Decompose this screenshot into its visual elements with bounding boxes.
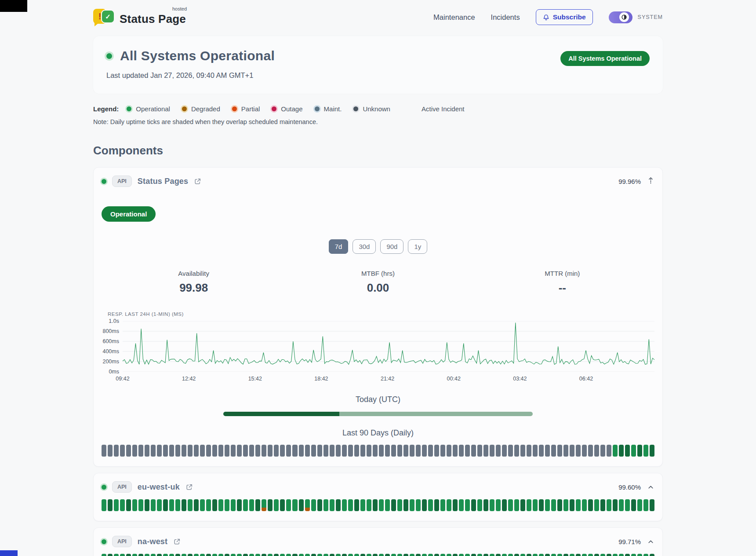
uptime-tick[interactable]	[367, 554, 371, 556]
uptime-tick[interactable]	[600, 445, 605, 457]
uptime-tick[interactable]	[194, 554, 199, 556]
range-button-1y[interactable]: 1y	[408, 239, 427, 254]
uptime-tick[interactable]	[317, 445, 322, 457]
uptime-tick[interactable]	[299, 445, 304, 457]
uptime-tick[interactable]	[410, 499, 414, 511]
uptime-tick[interactable]	[299, 499, 304, 511]
uptime-tick[interactable]	[453, 499, 458, 511]
uptime-tick[interactable]	[643, 554, 648, 556]
uptime-tick[interactable]	[175, 554, 180, 556]
uptime-tick[interactable]	[496, 445, 501, 457]
subscribe-button[interactable]: Subscribe	[536, 9, 593, 25]
uptime-tick[interactable]	[422, 499, 427, 511]
uptime-tick[interactable]	[212, 445, 217, 457]
uptime-tick[interactable]	[563, 445, 568, 457]
uptime-tick[interactable]	[514, 554, 519, 556]
uptime-tick[interactable]	[360, 554, 365, 556]
uptime-tick[interactable]	[563, 554, 568, 556]
uptime-tick[interactable]	[428, 499, 433, 511]
external-link-icon[interactable]	[185, 483, 193, 491]
uptime-tick[interactable]	[422, 445, 427, 457]
uptime-tick[interactable]	[607, 445, 611, 457]
uptime-tick[interactable]	[643, 445, 648, 457]
uptime-tick[interactable]	[323, 499, 328, 511]
uptime-tick[interactable]	[600, 554, 605, 556]
uptime-tick[interactable]	[588, 554, 593, 556]
uptime-tick[interactable]	[613, 499, 618, 511]
uptime-tick[interactable]	[539, 445, 544, 457]
uptime-tick[interactable]	[520, 499, 525, 511]
uptime-tick[interactable]	[102, 554, 106, 556]
uptime-tick[interactable]	[465, 445, 470, 457]
uptime-tick[interactable]	[274, 554, 279, 556]
uptime-tick[interactable]	[102, 499, 106, 511]
uptime-tick[interactable]	[132, 499, 137, 511]
uptime-tick[interactable]	[410, 445, 414, 457]
uptime-tick[interactable]	[465, 499, 470, 511]
uptime-tick[interactable]	[570, 554, 574, 556]
nav-item-maintenance[interactable]: Maintenance	[433, 13, 475, 22]
uptime-tick[interactable]	[188, 445, 193, 457]
uptime-tick[interactable]	[465, 554, 470, 556]
uptime-tick[interactable]	[169, 445, 174, 457]
uptime-tick[interactable]	[588, 499, 593, 511]
uptime-tick[interactable]	[520, 445, 525, 457]
uptime-tick[interactable]	[557, 554, 562, 556]
uptime-tick[interactable]	[434, 499, 439, 511]
uptime-tick[interactable]	[643, 499, 648, 511]
uptime-tick[interactable]	[330, 499, 334, 511]
uptime-tick[interactable]	[249, 445, 254, 457]
uptime-tick[interactable]	[619, 445, 624, 457]
uptime-tick[interactable]	[311, 554, 316, 556]
uptime-tick[interactable]	[360, 445, 365, 457]
uptime-tick[interactable]	[619, 499, 624, 511]
uptime-tick[interactable]	[613, 554, 618, 556]
uptime-tick[interactable]	[557, 499, 562, 511]
uptime-tick[interactable]	[145, 445, 149, 457]
uptime-tick[interactable]	[613, 445, 618, 457]
uptime-tick[interactable]	[391, 554, 396, 556]
uptime-tick[interactable]	[292, 499, 297, 511]
uptime-tick[interactable]	[323, 445, 328, 457]
uptime-tick[interactable]	[169, 499, 174, 511]
brand[interactable]: ! ✓ Status Page hosted	[93, 7, 186, 27]
uptime-tick[interactable]	[151, 445, 156, 457]
nav-item-incidents[interactable]: Incidents	[491, 13, 520, 22]
uptime-tick[interactable]	[428, 445, 433, 457]
uptime-tick[interactable]	[434, 445, 439, 457]
uptime-tick[interactable]	[206, 499, 211, 511]
uptime-tick[interactable]	[108, 554, 113, 556]
range-button-7d[interactable]: 7d	[329, 239, 349, 254]
uptime-tick[interactable]	[218, 499, 223, 511]
uptime-tick[interactable]	[403, 499, 408, 511]
uptime-tick[interactable]	[120, 499, 125, 511]
uptime-tick[interactable]	[311, 499, 316, 511]
uptime-tick[interactable]	[539, 554, 544, 556]
expand-button[interactable]	[647, 483, 654, 491]
uptime-tick[interactable]	[336, 445, 341, 457]
uptime-tick[interactable]	[533, 554, 538, 556]
uptime-tick[interactable]	[570, 445, 574, 457]
uptime-tick[interactable]	[255, 499, 260, 511]
uptime-tick[interactable]	[477, 499, 482, 511]
uptime-tick[interactable]	[631, 499, 636, 511]
uptime-tick[interactable]	[225, 499, 229, 511]
external-link-icon[interactable]	[173, 538, 181, 545]
uptime-tick[interactable]	[551, 445, 556, 457]
uptime-tick[interactable]	[231, 445, 236, 457]
uptime-tick[interactable]	[447, 499, 451, 511]
uptime-tick[interactable]	[274, 499, 279, 511]
uptime-tick[interactable]	[163, 445, 168, 457]
uptime-tick[interactable]	[231, 499, 236, 511]
uptime-tick[interactable]	[182, 499, 186, 511]
uptime-tick[interactable]	[286, 499, 291, 511]
uptime-tick[interactable]	[637, 499, 642, 511]
uptime-tick[interactable]	[200, 499, 205, 511]
uptime-tick[interactable]	[305, 499, 310, 511]
uptime-tick[interactable]	[373, 445, 378, 457]
uptime-tick[interactable]	[225, 445, 229, 457]
uptime-tick[interactable]	[188, 554, 193, 556]
uptime-tick[interactable]	[490, 499, 494, 511]
uptime-tick[interactable]	[471, 445, 476, 457]
uptime-tick[interactable]	[262, 554, 266, 556]
